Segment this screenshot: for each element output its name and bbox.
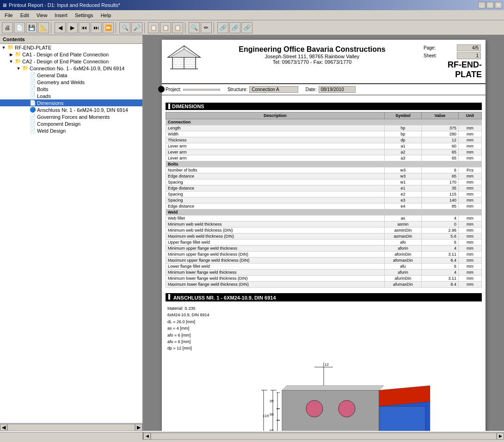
expand-icon: ▼ [0,45,7,50]
doc-info-row: Project: Structure: Connection A Date: 0… [162,84,486,95]
prev-button[interactable]: ◀ [55,22,66,33]
zoom-out-button[interactable]: 🔎 [131,22,142,33]
menu-bar: File Edit View Insert Settings Help [0,10,504,20]
page-icon-governing: 📄 [30,114,36,120]
save-button[interactable]: 💾 [26,22,37,33]
program-name: RF-END-PLATE [422,60,482,80]
page-label: Page: [423,44,456,51]
close-button[interactable]: ✕ [495,2,502,8]
drawing-area: 12 35 50 [166,356,482,431]
tree-item-ca2[interactable]: ▼ 📁 CA2 - Design of End Plate Connection [0,58,142,65]
col-value: Value [422,112,459,119]
tree-label-dimensions: Dimensions [37,100,63,106]
tree-label-loads: Loads [37,93,51,99]
hscroll-left-btn[interactable]: ◀ [143,433,151,440]
svg-marker-58 [282,386,384,390]
tree-item-dimensions[interactable]: ▶ 📄 Dimensions [0,99,142,106]
folder-icon-ca2: 📁 [15,58,21,64]
svg-rect-54 [282,390,379,431]
zoom-in-button[interactable]: 🔍 [119,22,130,33]
material-info: Material: S 235 6xM24-10.9, DIN 6914 dL … [166,305,482,352]
hscroll-right-btn[interactable]: ▶ [497,433,504,440]
doc-body: DIMENSIONS Description Symbol Value Unit… [162,95,486,431]
tree-label-general: General Data [37,73,67,78]
scroll-right-btn[interactable]: ▶ [135,424,142,431]
toolbar-sep4 [185,22,187,33]
copy2-button[interactable]: 📋 [160,22,171,33]
menu-edit[interactable]: Edit [18,12,32,19]
page-icon-loads: 📄 [30,93,36,99]
material-line: Material: S 235 [167,305,482,312]
tree-panel[interactable]: Contents ▼ 📁 RF-END-PLATE ▶ 📁 CA1 - Desi… [0,35,143,423]
tree-label-ca1: CA1 - Design of End Plate Connection [22,52,109,57]
as-line: as = 4 [mm] [167,325,482,332]
link1-button[interactable]: 🔗 [217,22,228,33]
last-button[interactable]: ⏭ [91,22,102,33]
scroll-left-btn[interactable]: ◀ [0,424,7,431]
col-description: Description [166,112,385,119]
scroll-track [7,424,135,431]
new-button[interactable]: 📄 [14,22,25,33]
left-bottom [0,432,143,440]
dl-line: dL = 26.0 [mm] [167,319,482,325]
find-button[interactable]: 🔍 [189,22,200,33]
svg-point-60 [338,400,355,417]
first-button[interactable]: ⏮ [79,22,90,33]
right-hscrollbar[interactable]: ◀ ▶ [143,432,504,440]
doc-meta: Page: 4/5 Sheet: 1 RF-END-PLATE [422,43,482,80]
print-button[interactable]: 🖨 [2,22,13,33]
minimize-button[interactable]: _ [478,2,486,8]
next-button[interactable]: ▶ [67,22,78,33]
svg-marker-1 [170,49,198,57]
menu-settings[interactable]: Settings [72,12,96,19]
tree-item-root[interactable]: ▼ 📁 RF-END-PLATE [0,44,142,51]
left-hscrollbar[interactable]: ◀ ▶ [0,423,142,431]
tree-item-bolts[interactable]: ▶ 📄 Bolts [0,86,142,92]
afo-line: afo = 6 [mm] [167,332,482,338]
company-phone: Tel: 09673/1770 - Fax: 09673/1770 [204,59,420,65]
menu-file[interactable]: File [2,12,16,19]
copy3-button[interactable]: 📋 [172,22,183,33]
folder-icon-ca1: 📁 [15,51,21,57]
tree-label-ca2: CA2 - Design of End Plate Connection [22,59,109,64]
anschluss-marker [168,294,170,300]
link3-button[interactable]: 🔗 [241,22,252,33]
tree-item-geometry[interactable]: ▶ 📄 Geometry and Welds [0,79,142,86]
tree-item-loads[interactable]: ▶ 📄 Loads [0,92,142,99]
tree-label-geometry: Geometry and Welds [37,80,85,85]
tree-label-conn1: Connection No. 1 - 6xM24-10.9, DIN 6914 [30,66,124,71]
tree-label-weld: Weld Design [37,128,66,134]
date-field: Date: 08/19/2010 [306,86,356,93]
menu-insert[interactable]: Insert [52,12,70,19]
company-name: Engineering Office Bavaria Constructions [204,45,420,54]
edit-button[interactable]: ✏ [201,22,212,33]
tree-item-weld[interactable]: ▶ 📄 Weld Design [0,127,142,134]
tree-item-general[interactable]: ▶ 📄 General Data [0,72,142,79]
link2-button[interactable]: 🔗 [229,22,240,33]
hscroll-track [151,433,497,440]
dimensions-header: DIMENSIONS [166,103,482,110]
menu-view[interactable]: View [34,12,50,19]
sheet-label: Sheet: [423,52,456,59]
layout-button[interactable]: 📐 [38,22,49,33]
tree-item-ca1[interactable]: ▶ 📁 CA1 - Design of End Plate Connection [0,51,142,58]
app-icon: 🖥 [2,2,7,8]
folder-icon: 📁 [7,44,14,50]
page-value: 4/5 [457,44,481,51]
svg-text:50: 50 [270,412,274,417]
copy1-button[interactable]: 📋 [148,22,159,33]
fast-forward-button[interactable]: ⏩ [103,22,114,33]
svg-text:65: 65 [270,429,274,431]
expand-icon-conn1: ▼ [15,66,22,71]
menu-help[interactable]: Help [98,12,114,19]
afu-line: afu = 6 [mm] [167,338,482,345]
tree-item-conn1[interactable]: ▼ 📁 Connection No. 1 - 6xM24-10.9, DIN 6… [0,65,142,72]
bottom-panel: ◀ ▶ [0,431,504,439]
sheet-value: 1 [457,52,481,59]
tree-label-anschluss: Anschluss Nr. 1 - 6xM24-10.9, DIN 6914 [37,107,128,113]
tree-item-governing[interactable]: ▶ 📄 Governing Forces and Moments [0,113,142,120]
maximize-button[interactable]: □ [486,2,494,8]
tree-item-component[interactable]: ▶ 📄 Component Design [0,120,142,127]
page-icon-general: 📄 [30,72,36,78]
tree-item-anschluss[interactable]: ▶ 🔵 Anschluss Nr. 1 - 6xM24-10.9, DIN 69… [0,106,142,113]
